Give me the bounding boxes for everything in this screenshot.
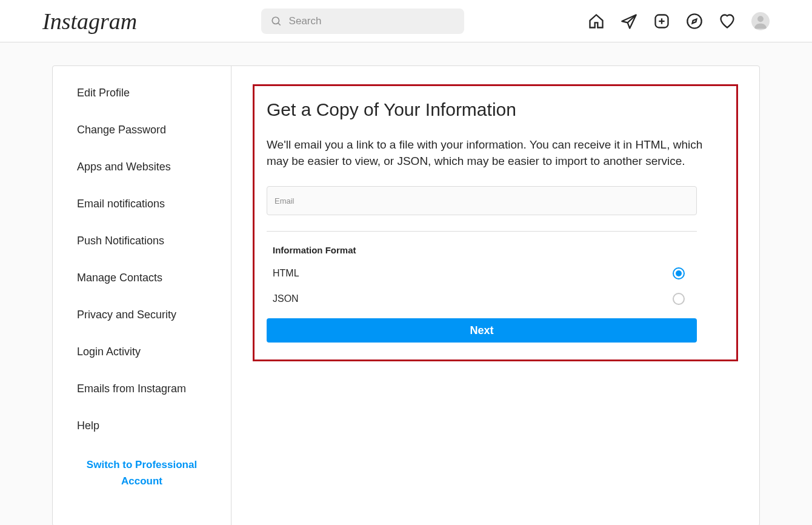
email-field[interactable]: Email [267, 186, 697, 215]
top-nav: Instagram [0, 0, 812, 42]
search-icon [271, 16, 282, 27]
explore-icon[interactable] [686, 13, 703, 30]
email-label: Email [275, 196, 295, 206]
activity-icon[interactable] [719, 13, 736, 30]
page-description: We'll email you a link to a file with yo… [267, 137, 724, 169]
svg-line-1 [278, 23, 281, 25]
page-title: Get a Copy of Your Information [267, 99, 724, 120]
search-container[interactable] [261, 8, 464, 34]
nav-icons [588, 12, 770, 30]
instagram-logo[interactable]: Instagram [42, 8, 137, 35]
messages-icon[interactable] [621, 13, 637, 30]
svg-point-8 [757, 16, 764, 22]
sidebar-item-push-notifications[interactable]: Push Notifications [53, 222, 231, 259]
search-input[interactable] [289, 15, 454, 27]
radio-html[interactable] [673, 267, 685, 279]
svg-point-6 [687, 14, 701, 28]
radio-json[interactable] [673, 293, 685, 305]
next-button[interactable]: Next [267, 318, 697, 343]
sidebar-item-manage-contacts[interactable]: Manage Contacts [53, 259, 231, 296]
svg-marker-7 [692, 19, 696, 23]
svg-point-0 [272, 17, 279, 24]
format-option-json[interactable]: JSON [267, 293, 691, 305]
sidebar-item-apps-websites[interactable]: Apps and Websites [53, 149, 231, 186]
settings-page: Edit Profile Change Password Apps and We… [52, 65, 760, 525]
settings-sidebar: Edit Profile Change Password Apps and We… [53, 66, 231, 525]
sidebar-item-privacy-security[interactable]: Privacy and Security [53, 296, 231, 333]
format-title: Information Format [267, 245, 724, 255]
download-data-panel: Get a Copy of Your Information We'll ema… [253, 84, 738, 361]
profile-avatar[interactable] [751, 12, 770, 30]
switch-professional-link[interactable]: Switch to Professional Account [53, 444, 231, 501]
format-label-html: HTML [273, 268, 299, 279]
new-post-icon[interactable] [653, 13, 670, 30]
home-icon[interactable] [588, 13, 605, 30]
sidebar-item-emails-instagram[interactable]: Emails from Instagram [53, 370, 231, 407]
sidebar-item-help[interactable]: Help [53, 407, 231, 444]
sidebar-item-edit-profile[interactable]: Edit Profile [53, 75, 231, 112]
sidebar-item-login-activity[interactable]: Login Activity [53, 333, 231, 370]
format-option-html[interactable]: HTML [267, 267, 691, 279]
settings-content: Get a Copy of Your Information We'll ema… [231, 66, 759, 525]
sidebar-item-email-notifications[interactable]: Email notifications [53, 186, 231, 222]
sidebar-item-change-password[interactable]: Change Password [53, 112, 231, 149]
divider [267, 231, 697, 232]
format-label-json: JSON [273, 293, 299, 304]
